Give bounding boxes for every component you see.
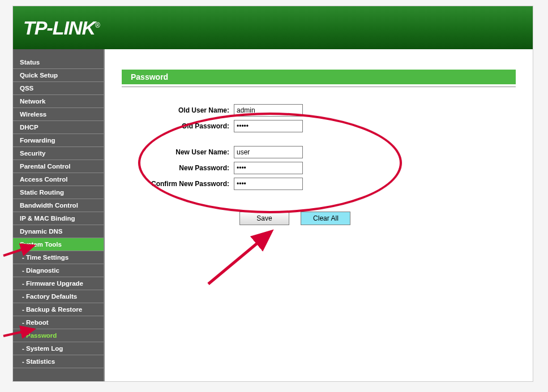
panel-title: Password	[122, 70, 516, 84]
sidebar-item-status[interactable]: Status	[13, 56, 104, 69]
brand-name: TP-LINK	[23, 17, 95, 38]
confirm-password-input[interactable]	[234, 178, 303, 190]
sidebar-item-firmware-upgrade[interactable]: - Firmware Upgrade	[13, 277, 104, 290]
sidebar-item-system-log[interactable]: - System Log	[13, 342, 104, 355]
old-username-input[interactable]	[234, 104, 303, 117]
sidebar-item-qss[interactable]: QSS	[13, 82, 104, 95]
confirm-password-label: Confirm New Password:	[144, 180, 234, 188]
sidebar-item-network[interactable]: Network	[13, 95, 104, 108]
brand-logo: TP-LINK®	[23, 17, 100, 39]
sidebar-item-backup-restore[interactable]: - Backup & Restore	[13, 303, 104, 316]
sidebar-item-dhcp[interactable]: DHCP	[13, 121, 104, 134]
new-username-input[interactable]	[234, 146, 303, 158]
divider	[122, 87, 516, 87]
sidebar-item-reboot[interactable]: - Reboot	[13, 316, 104, 329]
sidebar-item-security[interactable]: Security	[13, 147, 104, 160]
old-username-label: Old User Name:	[144, 106, 234, 114]
sidebar-item-bandwidth-control[interactable]: Bandwidth Control	[13, 199, 104, 212]
sidebar-item-system-tools[interactable]: System Tools	[13, 238, 104, 251]
clear-all-button[interactable]: Clear All	[301, 212, 350, 225]
new-password-label: New Password:	[144, 164, 234, 172]
brand-reg: ®	[95, 21, 100, 29]
sidebar-item-forwarding[interactable]: Forwarding	[13, 134, 104, 147]
sidebar-item-time-settings[interactable]: - Time Settings	[13, 251, 104, 264]
sidebar-item-password[interactable]: - Password	[13, 329, 104, 342]
sidebar-item-quick-setup[interactable]: Quick Setup	[13, 69, 104, 82]
new-username-label: New User Name:	[144, 148, 234, 156]
sidebar-item-ip-mac-binding[interactable]: IP & MAC Binding	[13, 212, 104, 225]
old-password-label: Old Password:	[144, 122, 234, 130]
content-panel: Password Old User Name: Old Password: Ne…	[105, 49, 533, 381]
sidebar-item-wireless[interactable]: Wireless	[13, 108, 104, 121]
sidebar-item-dynamic-dns[interactable]: Dynamic DNS	[13, 225, 104, 238]
sidebar-item-access-control[interactable]: Access Control	[13, 173, 104, 186]
sidebar: Status Quick Setup QSS Network Wireless …	[13, 49, 105, 381]
header-bar: TP-LINK®	[13, 6, 533, 49]
sidebar-item-parental-control[interactable]: Parental Control	[13, 160, 104, 173]
sidebar-item-diagnostic[interactable]: - Diagnostic	[13, 264, 104, 277]
sidebar-item-factory-defaults[interactable]: - Factory Defaults	[13, 290, 104, 303]
save-button[interactable]: Save	[239, 212, 289, 225]
new-password-input[interactable]	[234, 162, 303, 174]
sidebar-item-statistics[interactable]: - Statistics	[13, 355, 104, 368]
sidebar-item-static-routing[interactable]: Static Routing	[13, 186, 104, 199]
old-password-input[interactable]	[234, 120, 303, 132]
